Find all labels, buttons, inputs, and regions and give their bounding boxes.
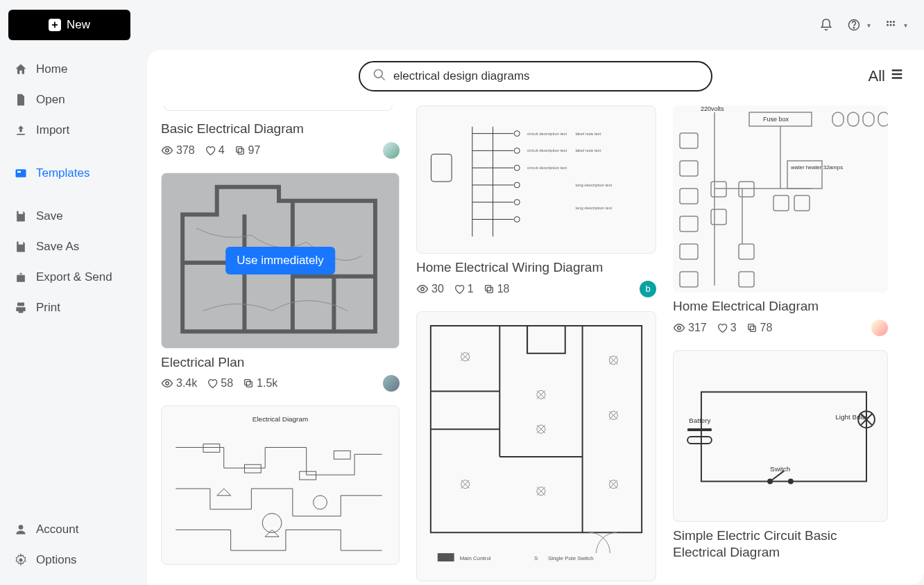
nav-list-bottom: Account Options xyxy=(8,514,139,575)
svg-point-6 xyxy=(887,21,889,23)
svg-point-2 xyxy=(19,525,24,530)
grid-col-2: circuit description text circuit descrip… xyxy=(416,105,656,582)
author-avatar[interactable] xyxy=(871,320,888,336)
svg-line-13 xyxy=(382,77,385,80)
sidebar-item-print[interactable]: Print xyxy=(8,292,139,323)
svg-point-3 xyxy=(19,559,23,562)
sidebar-item-label: Import xyxy=(36,123,69,137)
search-box[interactable] xyxy=(359,61,712,91)
card-meta: 3.4k 58 1.5k xyxy=(161,375,400,392)
print-icon xyxy=(14,301,28,315)
apps-caret-icon[interactable]: ▾ xyxy=(904,21,907,29)
svg-point-53 xyxy=(421,287,425,290)
svg-text:water
heater
32amps: water heater 32amps xyxy=(790,164,843,171)
sidebar-item-open[interactable]: Open xyxy=(8,85,139,115)
svg-point-12 xyxy=(375,70,383,78)
svg-point-8 xyxy=(893,21,895,23)
sidebar-item-saveas[interactable]: Save As xyxy=(8,232,139,262)
svg-rect-95 xyxy=(848,112,859,126)
sidebar-item-label: Save xyxy=(36,209,63,223)
svg-rect-27 xyxy=(300,472,316,480)
views-count: 3.4k xyxy=(161,377,197,390)
nav-list-3: Save Save As Export & Send Print xyxy=(8,201,139,323)
card-thumb: Electrical Diagram xyxy=(161,405,400,565)
template-card-wiring[interactable]: circuit description text circuit descrip… xyxy=(416,105,656,297)
content: All Basic Electrical Diagram 378 4 97 xyxy=(147,50,924,585)
card-thumb: Main Control S Single Pole Switch xyxy=(416,311,656,582)
svg-rect-94 xyxy=(832,112,844,126)
sidebar-item-home[interactable]: Home xyxy=(8,54,139,85)
template-card-home[interactable]: 220volts Fuse box water heater 32amps Ho… xyxy=(673,105,888,336)
sidebar-item-label: Open xyxy=(36,93,65,107)
likes-count: 4 xyxy=(205,144,225,157)
svg-rect-55 xyxy=(485,285,490,290)
sidebar-item-export[interactable]: Export & Send xyxy=(8,262,139,292)
grid-col-3: 220volts Fuse box water heater 32amps Ho… xyxy=(673,105,888,582)
svg-text:Fuse box: Fuse box xyxy=(763,116,789,123)
help-caret-icon[interactable]: ▾ xyxy=(867,21,871,29)
card-title: Simple Electric Circuit Basic Electrical… xyxy=(673,527,888,561)
svg-point-37 xyxy=(514,148,520,153)
filter-label: All xyxy=(869,67,885,85)
grid-col-1: Basic Electrical Diagram 378 4 97 xyxy=(161,105,400,582)
sidebar-item-label: Templates xyxy=(36,166,89,180)
svg-rect-84 xyxy=(680,216,698,232)
svg-rect-90 xyxy=(739,244,754,259)
svg-rect-85 xyxy=(680,244,698,259)
template-card-simple[interactable]: Battery Light Bulb Switch Simple Electri… xyxy=(673,350,888,561)
sidebar-item-templates[interactable]: Templates xyxy=(8,158,139,189)
svg-point-107 xyxy=(789,479,793,483)
likes-count: 58 xyxy=(207,377,233,390)
template-card-floorplan[interactable]: Main Control S Single Pole Switch xyxy=(416,311,656,582)
bell-icon[interactable] xyxy=(819,17,834,33)
sidebar-item-label: Home xyxy=(36,62,67,76)
svg-rect-26 xyxy=(244,465,261,473)
svg-text:S: S xyxy=(534,555,538,561)
sidebar-item-label: Print xyxy=(36,301,60,315)
sidebar-item-label: Export & Send xyxy=(36,270,112,284)
help-icon[interactable] xyxy=(846,17,862,33)
card-thumb: circuit description text circuit descrip… xyxy=(416,105,656,254)
svg-rect-88 xyxy=(711,209,726,225)
copies-count: 97 xyxy=(234,144,261,157)
sidebar-item-import[interactable]: Import xyxy=(8,115,139,146)
card-title: Home Electrical Wiring Diagram xyxy=(416,259,656,277)
card-title: Electrical Plan xyxy=(161,354,400,372)
svg-rect-28 xyxy=(334,451,350,460)
sidebar-item-account[interactable]: Account xyxy=(8,514,139,545)
app-root: + New Home Open Import Templates xyxy=(0,0,924,585)
svg-rect-103 xyxy=(750,326,755,331)
svg-text:label note text: label note text xyxy=(575,148,601,152)
copies-count: 1.5k xyxy=(243,377,277,390)
filter-all[interactable]: All xyxy=(869,67,905,86)
views-count: 317 xyxy=(673,322,707,334)
svg-rect-19 xyxy=(236,146,241,152)
svg-rect-109 xyxy=(687,437,712,444)
svg-rect-0 xyxy=(16,169,26,177)
svg-rect-93 xyxy=(794,195,810,211)
sidebar-item-save[interactable]: Save xyxy=(8,201,139,232)
new-button[interactable]: + New xyxy=(8,10,130,40)
svg-rect-54 xyxy=(487,287,493,292)
template-card-schematic[interactable]: Electrical Diagram xyxy=(161,405,400,565)
search-input[interactable] xyxy=(393,69,699,83)
partial-thumb xyxy=(164,105,393,111)
apps-icon[interactable] xyxy=(883,17,898,33)
account-icon xyxy=(14,523,28,536)
author-avatar[interactable] xyxy=(383,142,400,159)
template-card-basic[interactable]: Basic Electrical Diagram 378 4 97 xyxy=(161,105,400,159)
svg-text:label note text: label note text xyxy=(575,132,601,136)
svg-rect-91 xyxy=(739,272,754,287)
svg-point-9 xyxy=(887,24,889,26)
svg-point-39 xyxy=(514,165,520,171)
svg-text:Single Pole Switch: Single Pole Switch xyxy=(548,555,594,561)
svg-rect-1 xyxy=(17,171,21,173)
svg-rect-81 xyxy=(680,133,698,148)
use-immediately-button[interactable]: Use immediately xyxy=(225,247,335,274)
author-avatar[interactable] xyxy=(383,375,400,392)
svg-point-35 xyxy=(514,131,520,137)
sidebar-item-options[interactable]: Options xyxy=(8,545,139,575)
views-count: 378 xyxy=(161,144,195,157)
template-card-plan[interactable]: Use immediately Electrical Plan 3.4k 58 … xyxy=(161,173,400,392)
author-avatar[interactable]: b xyxy=(640,281,656,297)
